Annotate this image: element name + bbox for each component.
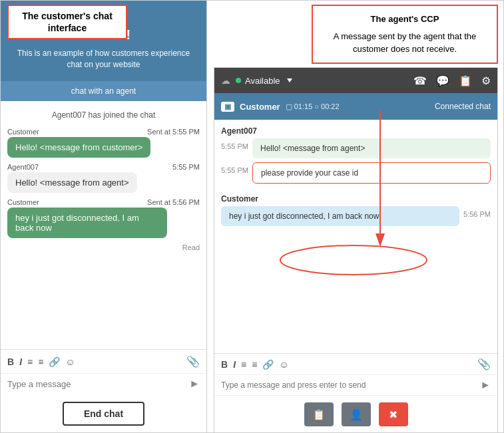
- contact-icon: ▣: [221, 102, 234, 112]
- ccp-customer-name: Customer: [221, 194, 491, 204]
- attachment-icon[interactable]: 📎: [186, 355, 200, 368]
- ccp-system-bubble: please provide your case id: [252, 162, 491, 184]
- wifi-icon: ☁: [221, 75, 230, 86]
- ccp-agent-msg-1: 5:55 PM Hello! <message from agent>: [221, 138, 491, 158]
- ccp-agent-name: Agent007: [221, 126, 491, 136]
- contact-status: Connected chat: [435, 102, 491, 111]
- agent-ccp-subtitle: A message sent by the agent that the cus…: [324, 30, 486, 56]
- ccp-ul-icon[interactable]: ≡: [252, 359, 257, 370]
- customer-bubble-1: Hello! <message from customer>: [7, 137, 150, 158]
- ccp-wrapper: ☁ Available ☎ 💬 📋 ⚙ ▣ Customer ▢: [214, 67, 498, 433]
- ccp-input-row: ►: [214, 374, 497, 395]
- agent-bubble-1: Hello! <message from agent>: [7, 172, 137, 193]
- bold-icon[interactable]: B: [7, 357, 14, 367]
- send-icon[interactable]: ►: [189, 378, 200, 390]
- ccp-customer-msg: hey i just got disconnected, I am back n…: [221, 206, 491, 226]
- ordered-list-icon[interactable]: ≡: [27, 357, 33, 367]
- phone-icon[interactable]: ☎: [413, 74, 427, 87]
- read-label: Read: [7, 243, 200, 251]
- gear-icon[interactable]: ⚙: [481, 74, 491, 87]
- agent-message-1: Agent007 5:55 PM Hello! <message from ag…: [7, 163, 200, 193]
- customer-label-1: Customer: [7, 128, 39, 136]
- ccp-input[interactable]: [221, 380, 480, 390]
- ccp-link-icon[interactable]: 🔗: [262, 359, 274, 370]
- status-label: Available: [245, 76, 280, 86]
- emoji-icon[interactable]: ☺: [65, 357, 75, 367]
- agent-ccp-label: The agent's CCP A message sent by the ag…: [312, 5, 498, 64]
- customer-label-2: Customer: [7, 198, 39, 206]
- chat-messages: Agent007 has joined the chat Customer Se…: [1, 101, 206, 349]
- ccp-action-btn-2[interactable]: 👤: [342, 402, 371, 426]
- agent-timestamp-1: 5:55 PM: [172, 163, 200, 171]
- contact-timer1: ▢ 01:15 ○ 00:22: [286, 102, 340, 111]
- left-panel: The customer's chat interface Hi there! …: [1, 1, 207, 433]
- ccp-topbar-icons: ☎ 💬 📋 ⚙: [413, 74, 491, 87]
- ccp-system-msg: 5:55 PM please provide your case id: [221, 162, 491, 184]
- customer-message-2: Customer Sent at 5:56 PM hey i just got …: [7, 198, 200, 238]
- contact-name: Customer: [240, 102, 280, 112]
- chat-subtitle: This is an example of how customers expe…: [11, 48, 196, 71]
- end-chat-button[interactable]: End chat: [63, 402, 144, 426]
- ccp-agent-bubble-1: Hello! <message from agent>: [252, 138, 491, 158]
- customer-interface-label: The customer's chat interface: [7, 5, 127, 39]
- ccp-agent-section: Agent007 5:55 PM Hello! <message from ag…: [221, 126, 491, 184]
- chat-input[interactable]: [7, 379, 189, 389]
- ccp-action-btn-1[interactable]: 📋: [304, 402, 334, 426]
- system-message: Agent007 has joined the chat: [7, 110, 200, 120]
- chat-input-row: ►: [1, 373, 206, 394]
- chat-toolbar: B I ≡ ≡ 🔗 ☺ 📎: [1, 349, 206, 373]
- ccp-ol-icon[interactable]: ≡: [241, 359, 246, 370]
- ccp-close-btn[interactable]: ✖: [379, 402, 408, 426]
- chat-icon[interactable]: 💬: [436, 74, 449, 87]
- ccp-status: Available: [236, 76, 292, 86]
- ccp-agent-time-1: 5:55 PM: [221, 138, 248, 150]
- status-chevron-icon[interactable]: [287, 78, 292, 82]
- ccp-system-time: 5:55 PM: [221, 162, 248, 174]
- clipboard-icon[interactable]: 📋: [459, 74, 472, 87]
- ccp-topbar: ☁ Available ☎ 💬 📋 ⚙: [214, 68, 497, 93]
- chat-subheader: chat with an agent: [1, 81, 206, 101]
- main-container: The customer's chat interface Hi there! …: [1, 1, 504, 433]
- ccp-italic-icon[interactable]: I: [233, 359, 236, 370]
- right-panel: The agent's CCP A message sent by the ag…: [207, 1, 504, 433]
- ccp-attachment-icon[interactable]: 📎: [477, 358, 491, 370]
- ccp-toolbar: B I ≡ ≡ 🔗 ☺ 📎: [214, 353, 497, 374]
- agent-ccp-title: The agent's CCP: [371, 14, 439, 24]
- italic-icon[interactable]: I: [19, 357, 22, 367]
- customer-bubble-2: hey i just got disconnected, I am back n…: [7, 208, 167, 238]
- customer-timestamp-2: Sent at 5:56 PM: [147, 198, 200, 206]
- ccp-contact-bar: ▣ Customer ▢ 01:15 ○ 00:22 Connected cha…: [214, 93, 497, 120]
- ccp-customer-bubble: hey i just got disconnected, I am back n…: [221, 206, 459, 226]
- customer-timestamp-1: Sent at 5:55 PM: [147, 128, 200, 136]
- end-chat-container: End chat: [1, 394, 206, 433]
- ccp-customer-section: Customer hey i just got disconnected, I …: [221, 194, 491, 226]
- ccp-action-buttons: 📋 👤 ✖: [214, 395, 497, 433]
- agent-label-1: Agent007: [7, 163, 39, 171]
- ccp-chat-area: Agent007 5:55 PM Hello! <message from ag…: [214, 120, 497, 353]
- ccp-send-icon[interactable]: ►: [480, 379, 491, 391]
- ccp-customer-time: 5:56 PM: [463, 206, 491, 218]
- link-icon[interactable]: 🔗: [49, 357, 60, 367]
- unordered-list-icon[interactable]: ≡: [38, 357, 43, 367]
- ccp-bold-icon[interactable]: B: [221, 359, 228, 370]
- ccp-emoji-icon[interactable]: ☺: [279, 359, 288, 370]
- status-dot: [236, 78, 241, 83]
- customer-message-1: Customer Sent at 5:55 PM Hello! <message…: [7, 128, 200, 158]
